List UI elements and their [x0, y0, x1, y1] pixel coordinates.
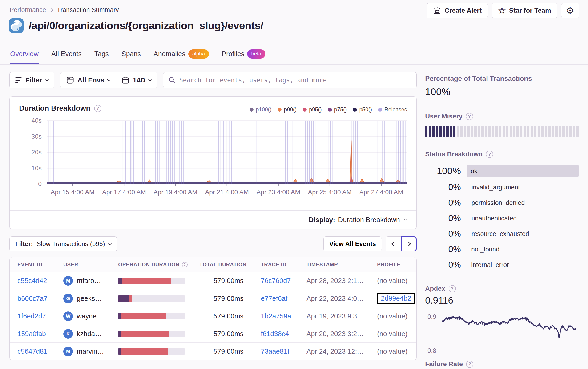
svg-text:Apr 19 4:00 AM: Apr 19 4:00 AM: [154, 189, 197, 196]
trace-id-link[interactable]: 76c760d7: [261, 277, 291, 284]
filter-icon: [15, 77, 22, 83]
breadcrumb-performance[interactable]: Performance: [10, 6, 46, 14]
svg-text:10s: 10s: [31, 165, 42, 172]
filter-dropdown[interactable]: Filter: [10, 72, 54, 88]
tab-overview[interactable]: Overview: [10, 46, 39, 64]
search-input[interactable]: [179, 77, 412, 84]
previous-page-button[interactable]: [386, 236, 401, 251]
date-range-dropdown[interactable]: 14D: [116, 72, 157, 88]
trace-id-link[interactable]: f61d38c4: [261, 330, 289, 338]
tab-all-events[interactable]: All Events: [51, 46, 82, 64]
legend-item-Releases[interactable]: Releases: [378, 107, 407, 113]
view-all-events-button[interactable]: View All Events: [323, 236, 382, 251]
date-range-label: 14D: [133, 76, 145, 84]
event-id-link[interactable]: c55c4d42: [17, 277, 47, 284]
chevron-down-icon: [107, 78, 110, 81]
event-id-link[interactable]: 1f6ed2d7: [17, 312, 46, 320]
trace-id-link[interactable]: 73aae81f: [261, 348, 289, 355]
display-value-dropdown[interactable]: Duration Breakdown: [338, 216, 400, 224]
event-id-link[interactable]: c5647d81: [17, 348, 47, 355]
operation-duration-bar: [118, 313, 185, 319]
apdex-title: Apdex: [425, 285, 445, 292]
duration-breakdown-chart[interactable]: 010s20s30s40sApr 15 4:00 AMApr 17 4:00 A…: [19, 118, 407, 199]
user-name: marvin…: [77, 348, 104, 355]
tab-bar: OverviewAll EventsTagsSpansAnomaliesalph…: [0, 46, 588, 65]
help-icon[interactable]: ?: [466, 113, 473, 120]
trace-id-link[interactable]: 1b2a759a: [261, 312, 291, 320]
user-avatar: K: [63, 329, 73, 339]
help-icon[interactable]: ?: [449, 285, 456, 292]
help-icon[interactable]: ?: [94, 105, 101, 112]
svg-text:40s: 40s: [31, 118, 42, 124]
python-platform-icon: [9, 18, 23, 33]
table-row: 159a0fabKkzhda…579.00msf61d38c4Apr 20, 2…: [10, 325, 416, 342]
misery-segment: [573, 126, 575, 137]
misery-segment: [552, 126, 554, 137]
svg-text:0.8: 0.8: [428, 347, 436, 354]
legend-item-p75[interactable]: p75(): [328, 107, 347, 113]
search-icon: [168, 76, 176, 84]
display-label: Display:: [309, 216, 335, 224]
pct-transactions-title: Percentage of Total Transactions: [425, 75, 578, 82]
status-row-not_found: 0%not_found: [425, 242, 578, 257]
legend-label: p75(): [334, 107, 347, 113]
svg-text:30s: 30s: [31, 133, 42, 140]
profile-link[interactable]: 2d99e4b2: [381, 295, 411, 302]
pct-transactions-value: 100%: [425, 86, 578, 98]
operation-duration-bar: [118, 278, 185, 284]
help-icon[interactable]: ?: [466, 360, 473, 368]
misery-segment: [559, 126, 561, 137]
failure-rate-title: Failure Rate: [425, 360, 463, 368]
legend-item-p95[interactable]: p95(): [303, 107, 322, 113]
misery-segment: [450, 126, 452, 137]
misery-segment: [576, 126, 578, 137]
tab-anomalies[interactable]: Anomaliesalpha: [153, 46, 209, 64]
user-misery-title: User Misery: [425, 113, 462, 120]
svg-text:Apr 17 4:00 AM: Apr 17 4:00 AM: [102, 189, 146, 196]
duration-breakdown-panel: Duration Breakdown ? p100()p99()p95()p75…: [10, 96, 417, 229]
event-id-link[interactable]: 159a0fab: [17, 330, 46, 338]
misery-segment: [548, 126, 551, 137]
total-duration: 579.00ms: [199, 348, 261, 355]
misery-segment: [474, 126, 477, 137]
transactions-filter-label: Filter:: [15, 240, 33, 248]
status-label: permission_denied: [467, 195, 578, 210]
status-label: unauthenticated: [467, 210, 578, 226]
legend-item-p100[interactable]: p100(): [250, 107, 271, 113]
legend-label: p99(): [284, 107, 297, 113]
misery-segment: [503, 126, 505, 137]
help-icon[interactable]: ?: [486, 151, 493, 158]
legend-label: p100(): [256, 107, 271, 113]
chevron-down-icon: [108, 242, 112, 245]
legend-item-p99[interactable]: p99(): [278, 107, 297, 113]
misery-segment: [464, 126, 466, 137]
misery-segment: [541, 126, 544, 137]
tab-profiles[interactable]: Profilesbeta: [221, 46, 266, 64]
help-icon[interactable]: ?: [182, 262, 188, 268]
transactions-filter-dropdown[interactable]: Filter: Slow Transactions (p95): [10, 236, 117, 251]
legend-dot-icon: [353, 108, 357, 112]
trace-id-link[interactable]: e77ef6af: [261, 295, 287, 302]
chart-legend: p100()p99()p95()p75()p50()Releases: [250, 107, 407, 113]
star-for-team-button[interactable]: ☆ Star for Team: [492, 3, 557, 18]
next-page-button[interactable]: [401, 236, 417, 251]
status-bar-ok: ok: [467, 165, 578, 177]
create-alert-button[interactable]: Create Alert: [427, 3, 488, 18]
column-header-user: USER: [63, 262, 118, 268]
chevron-left-icon: [391, 242, 395, 246]
status-label: internal_error: [467, 257, 578, 273]
misery-segment: [513, 126, 515, 137]
tab-spans[interactable]: Spans: [121, 46, 141, 64]
column-header-trace-id: TRACE ID: [261, 262, 306, 268]
misery-segment: [457, 126, 459, 137]
environment-dropdown[interactable]: All Envs: [61, 72, 116, 88]
legend-item-p50[interactable]: p50(): [353, 107, 372, 113]
svg-text:0.9: 0.9: [428, 313, 436, 320]
settings-button[interactable]: ⚙: [561, 3, 579, 18]
event-id-link[interactable]: b600c7a7: [17, 295, 47, 302]
chevron-down-icon: [148, 78, 151, 81]
misery-segment: [555, 126, 558, 137]
column-header-operation-duration: OPERATION DURATION?: [118, 262, 199, 268]
search-box[interactable]: [163, 72, 417, 88]
tab-tags[interactable]: Tags: [94, 46, 109, 64]
